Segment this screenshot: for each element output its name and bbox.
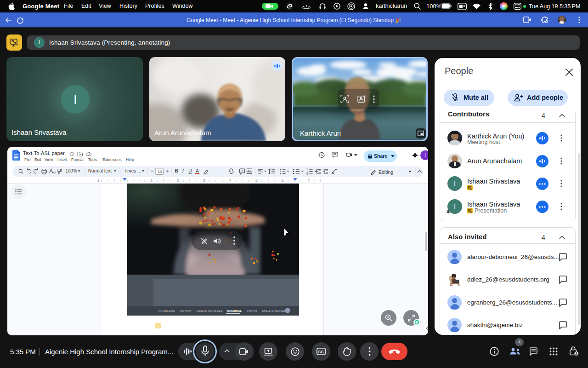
svg-text:3: 3 [203,178,205,183]
svg-text:12: 12 [158,168,163,173]
svg-text:DEBUG CONSOLE: DEBUG CONSOLE [197,309,223,312]
svg-text:U: U [188,168,192,173]
svg-text:A: A [196,168,199,173]
svg-text:4: 4 [229,178,232,183]
svg-text:PORTS: PORTS [247,309,257,312]
svg-text:PROBLEMS: PROBLEMS [158,309,175,312]
svg-text:1: 1 [97,178,100,183]
svg-text:Editing: Editing [379,169,393,175]
svg-text:OUTPUT: OUTPUT [180,309,192,312]
svg-text:6: 6 [282,178,284,183]
svg-text:CC: CC [318,350,323,354]
svg-text:SPELL CHECKER: SPELL CHECKER [262,309,286,312]
svg-text:2: 2 [177,178,179,183]
svg-text:TERMINAL: TERMINAL [226,309,242,312]
svg-text:5: 5 [255,178,258,183]
svg-text:1: 1 [151,178,153,183]
svg-text:B: B [175,168,179,173]
svg-text:I: I [182,168,184,173]
svg-text:Times ...: Times ... [124,168,141,173]
svg-text:3: 3 [306,172,308,175]
svg-text:7: 7 [308,178,310,183]
svg-text:100%: 100% [65,168,77,173]
svg-text:Normal text: Normal text [88,168,112,173]
